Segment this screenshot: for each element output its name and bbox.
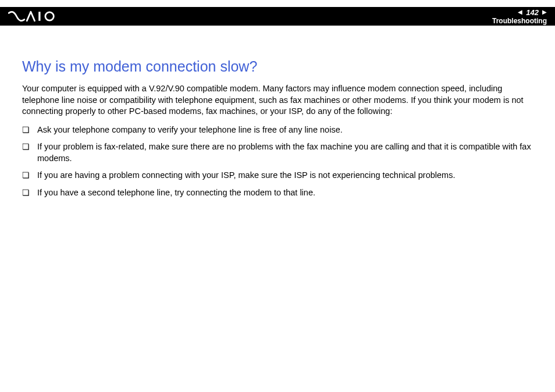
list-item-text: If you have a second telephone line, try… bbox=[37, 187, 533, 199]
bullet-icon: ❏ bbox=[22, 124, 37, 136]
intro-paragraph: Your computer is equipped with a V.92/V.… bbox=[22, 83, 533, 117]
vaio-logo bbox=[8, 10, 60, 22]
list-item-text: If your problem is fax-related, make sur… bbox=[37, 141, 533, 164]
list-item: ❏ If you are having a problem connecting… bbox=[22, 170, 533, 181]
list-item: ❏ If your problem is fax-related, make s… bbox=[22, 141, 533, 164]
page-nav: ◀ 142 ▶ bbox=[518, 9, 547, 16]
section-label: Troubleshooting bbox=[492, 17, 547, 24]
bullet-icon: ❏ bbox=[22, 141, 37, 152]
document-page: ◀ 142 ▶ Troubleshooting Why is my modem … bbox=[0, 0, 555, 392]
bullet-list: ❏ Ask your telephone company to verify y… bbox=[22, 124, 533, 199]
list-item: ❏ If you have a second telephone line, t… bbox=[22, 187, 533, 199]
bullet-icon: ❏ bbox=[22, 187, 37, 198]
bullet-icon: ❏ bbox=[22, 170, 37, 181]
svg-rect-0 bbox=[38, 12, 40, 21]
list-item: ❏ Ask your telephone company to verify y… bbox=[22, 124, 533, 136]
prev-page-arrow-icon[interactable]: ◀ bbox=[518, 9, 522, 15]
content-area: Why is my modem connection slow? Your co… bbox=[22, 58, 533, 205]
list-item-text: Ask your telephone company to verify you… bbox=[37, 124, 533, 136]
next-page-arrow-icon[interactable]: ▶ bbox=[542, 9, 547, 15]
header-right: ◀ 142 ▶ Troubleshooting bbox=[492, 9, 547, 24]
svg-point-1 bbox=[45, 12, 54, 20]
list-item-text: If you are having a problem connecting w… bbox=[37, 170, 533, 181]
page-title: Why is my modem connection slow? bbox=[22, 58, 533, 75]
page-number: 142 bbox=[526, 9, 539, 16]
header-bar: ◀ 142 ▶ Troubleshooting bbox=[0, 7, 555, 26]
